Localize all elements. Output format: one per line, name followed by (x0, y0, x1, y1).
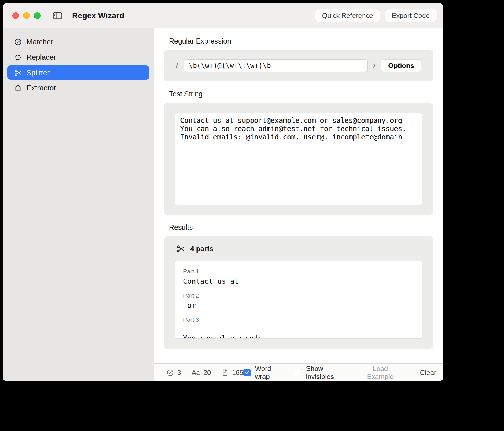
sidebar-item-label: Splitter (26, 68, 50, 77)
statusbar-divider (411, 368, 411, 377)
test-string-section-label: Test String (169, 90, 433, 98)
sidebar-item-extractor[interactable]: Extractor (7, 81, 149, 95)
test-string-panel: Contact us at support@example.com or sal… (164, 103, 433, 215)
sidebar-item-label: Replacer (26, 53, 56, 62)
scissors-icon (14, 69, 22, 77)
regex-pattern-input[interactable] (184, 59, 368, 72)
scissors-icon (176, 244, 185, 253)
regex-open-delimiter: / (176, 61, 178, 70)
arrows-cycle-icon (14, 53, 22, 61)
results-list: Part 1 Contact us at Part 2 or Part 3 Yo… (175, 261, 422, 339)
part-label: Part 1 (183, 268, 414, 275)
test-string-textarea[interactable]: Contact us at support@example.com or sal… (175, 113, 422, 205)
word-wrap-checkbox[interactable] (243, 369, 251, 376)
zoom-button[interactable] (34, 12, 41, 19)
sidebar-item-splitter[interactable]: Splitter (7, 65, 149, 80)
font-size-icon: Aa (192, 369, 200, 377)
regex-section-label: Regular Expression (169, 37, 433, 46)
match-count: 3 (177, 369, 181, 377)
sidebar-item-matcher[interactable]: Matcher (7, 35, 149, 49)
load-example-button[interactable]: Load Example (359, 365, 401, 381)
close-button[interactable] (12, 12, 19, 19)
sidebar-item-label: Extractor (26, 84, 56, 92)
document-icon (221, 369, 229, 376)
options-button[interactable]: Options (381, 59, 421, 72)
part-value: Contact us at (183, 277, 414, 286)
result-part: Part 3 You can also reach (183, 314, 414, 339)
sidebar-toggle-icon[interactable] (53, 12, 62, 20)
sidebar: Matcher Replacer (3, 28, 154, 381)
window-title: Regex Wizard (72, 11, 124, 20)
minimize-button[interactable] (23, 12, 30, 19)
show-invisibles-label: Show invisibles (306, 365, 351, 381)
regex-panel: / / Options (164, 50, 433, 81)
quick-reference-button[interactable]: Quick Reference (315, 9, 380, 22)
traffic-lights (12, 12, 41, 19)
status-bar: 3 Aa 20 165 (154, 363, 443, 381)
results-header: 4 parts (175, 236, 422, 261)
match-check-circle-icon (166, 369, 174, 376)
export-code-button[interactable]: Export Code (385, 9, 437, 22)
show-invisibles-checkbox[interactable] (295, 369, 302, 376)
char-count: 165 (232, 369, 243, 377)
app-window: Regex Wizard Quick Reference Export Code… (3, 3, 443, 381)
clear-button[interactable]: Clear (420, 369, 436, 377)
titlebar: Regex Wizard Quick Reference Export Code (3, 3, 443, 28)
sidebar-item-label: Matcher (26, 38, 53, 46)
regex-close-delimiter: / (373, 61, 376, 70)
part-label: Part 3 (183, 316, 414, 323)
share-icon (14, 84, 22, 92)
sidebar-item-replacer[interactable]: Replacer (7, 50, 149, 64)
result-part: Part 1 Contact us at (183, 266, 414, 290)
part-label: Part 2 (183, 292, 414, 299)
statusbar-divider (186, 368, 186, 377)
check-circle-icon (14, 38, 22, 46)
word-wrap-label: Word wrap (255, 365, 287, 381)
results-panel: 4 parts Part 1 Contact us at Part 2 or P (164, 236, 433, 349)
part-value: or (183, 301, 414, 310)
main-content: Regular Expression / / Options Test Stri… (154, 28, 443, 363)
results-summary: 4 parts (190, 245, 213, 253)
result-part: Part 2 or (183, 290, 414, 314)
part-value: You can also reach (183, 325, 414, 339)
results-section-label: Results (169, 223, 433, 232)
font-size-value: 20 (203, 369, 211, 377)
statusbar-divider (216, 368, 216, 377)
